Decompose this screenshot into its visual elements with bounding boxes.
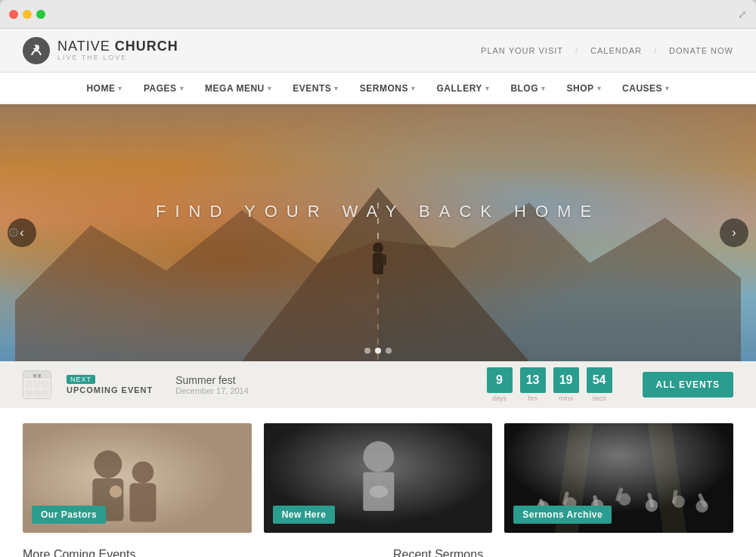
recent-sermons-title: Recent Sermons	[393, 548, 733, 557]
hero-text: FIND YOUR WAY BACK HOME	[0, 202, 756, 221]
card-label-new-here: New Here	[273, 506, 336, 524]
nav-item-blog[interactable]: BLOG ▾	[500, 73, 556, 104]
top-links: PLAN YOUR VISIT / CALENDAR / DONATE NOW	[481, 46, 733, 55]
nav-bar: HOME ▾ PAGES ▾ MEGA MENU ▾ EVENTS ▾ SERM…	[0, 73, 756, 104]
svg-marker-4	[15, 210, 378, 361]
feature-section: Our Pastors	[0, 408, 756, 548]
chevron-down-icon: ▾	[118, 85, 122, 92]
event-label-area: NEXT UPCOMING EVENT	[67, 375, 153, 395]
site-wrapper: NATIVE CHURCH LIVE THE LOVE PLAN YOUR VI…	[0, 29, 756, 557]
chevron-down-icon: ▾	[665, 85, 670, 92]
road-scene	[0, 165, 756, 361]
card-label-pastors: Our Pastors	[32, 506, 106, 524]
slide-dot-3[interactable]	[386, 348, 392, 354]
feature-card-pastors[interactable]: Our Pastors	[23, 423, 252, 533]
events-bar: NEXT UPCOMING EVENT Summer fest December…	[0, 361, 756, 408]
logo-text-area: NATIVE CHURCH LIVE THE LOVE	[57, 39, 178, 62]
logo-name: NATIVE CHURCH	[57, 39, 178, 54]
logo-icon	[23, 37, 50, 64]
chevron-down-icon: ▾	[180, 85, 184, 92]
more-events-title: More Coming Events	[23, 548, 363, 557]
logo-area[interactable]: NATIVE CHURCH LIVE THE LOVE	[23, 37, 178, 64]
chevron-down-icon: ▾	[411, 85, 416, 92]
countdown-days: 9 days	[487, 367, 513, 402]
chevron-down-icon: ▾	[268, 85, 272, 92]
traffic-light-green[interactable]	[36, 10, 45, 19]
nav-item-home[interactable]: HOME ▾	[76, 73, 133, 104]
browser-chrome: ⤢	[0, 0, 756, 29]
slider-dots	[0, 348, 756, 354]
event-name: Summer fest	[175, 374, 471, 386]
chevron-down-icon: ▾	[334, 85, 339, 92]
chevron-down-icon: ▾	[541, 85, 546, 92]
donate-link[interactable]: DONATE NOW	[669, 46, 733, 55]
event-name-area: Summer fest December 17, 2014	[175, 374, 471, 395]
countdown-mins: 19 mins	[553, 367, 579, 402]
svg-rect-8	[380, 255, 386, 265]
upcoming-event-label: UPCOMING EVENT	[67, 385, 153, 395]
traffic-light-yellow[interactable]	[23, 10, 32, 19]
countdown-hrs: 13 hrs	[520, 367, 546, 402]
bottom-sections: More Coming Events 17 DEC Summer fest ↻ …	[0, 548, 756, 557]
svg-point-1	[33, 45, 36, 48]
traffic-light-red[interactable]	[9, 10, 18, 19]
svg-marker-5	[378, 203, 741, 361]
nav-item-sermons[interactable]: SERMONS ▾	[349, 73, 426, 104]
slider-next-button[interactable]: ›	[720, 218, 748, 247]
svg-point-6	[373, 243, 383, 253]
slide-dot-2[interactable]	[375, 348, 381, 354]
nav-item-causes[interactable]: CAUSES ▾	[612, 73, 680, 104]
feature-card-new-here[interactable]: New Here	[264, 423, 493, 533]
nav-item-events[interactable]: EVENTS ▾	[282, 73, 349, 104]
more-events-section: More Coming Events 17 DEC Summer fest ↻ …	[23, 548, 363, 557]
expand-icon[interactable]: ⤢	[738, 8, 747, 20]
countdown-secs: 54 secs	[587, 367, 612, 402]
slider-prev-button[interactable]: ‹	[8, 218, 36, 247]
chevron-down-icon: ▾	[597, 85, 602, 92]
next-label: NEXT	[67, 375, 95, 384]
calendar-icon	[23, 370, 51, 399]
recent-sermons-section: Recent Sermons	[393, 548, 733, 557]
traffic-lights	[9, 10, 45, 19]
feature-card-sermons[interactable]: Sermons Archive	[504, 423, 733, 533]
nav-item-pages[interactable]: PAGES ▾	[133, 73, 194, 104]
all-events-button[interactable]: ALL EVENTS	[643, 372, 733, 398]
top-bar: NATIVE CHURCH LIVE THE LOVE PLAN YOUR VI…	[0, 29, 756, 73]
calendar-link[interactable]: CALENDAR	[590, 46, 642, 55]
plan-visit-link[interactable]: PLAN YOUR VISIT	[481, 46, 563, 55]
hero-slider: FIND YOUR WAY BACK HOME ⚙ ‹ ›	[0, 104, 756, 361]
logo-tagline: LIVE THE LOVE	[57, 54, 178, 61]
card-label-sermons: Sermons Archive	[513, 506, 612, 524]
chevron-down-icon: ▾	[485, 85, 490, 92]
nav-item-mega-menu[interactable]: MEGA MENU ▾	[194, 73, 282, 104]
event-date: December 17, 2014	[175, 386, 471, 395]
nav-item-shop[interactable]: SHOP ▾	[556, 73, 612, 104]
nav-item-gallery[interactable]: GALLERY ▾	[426, 73, 500, 104]
countdown: 9 days 13 hrs 19 mins 54 secs	[487, 367, 612, 402]
slide-dot-1[interactable]	[364, 348, 370, 354]
